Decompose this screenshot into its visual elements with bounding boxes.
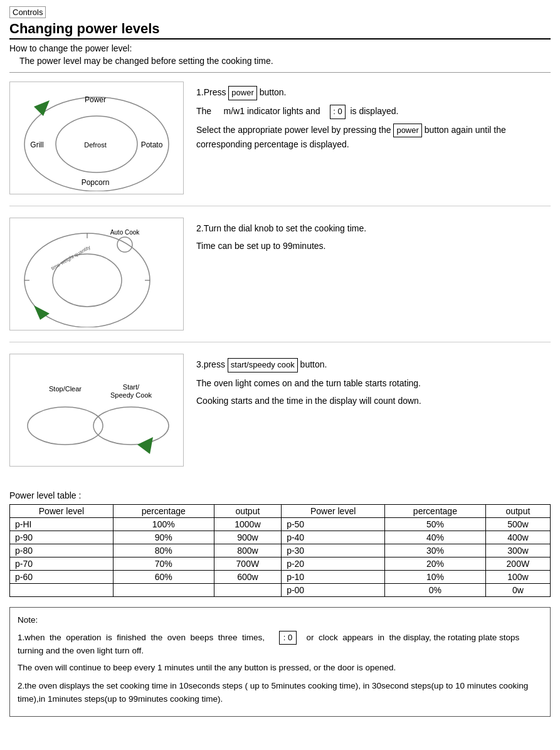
step-2-content: 2.Turn the dial knob to set the cooking …: [196, 218, 551, 257]
svg-marker-7: [34, 100, 50, 116]
step-2-detail-1: Time can be set up to 99minutes.: [196, 239, 551, 253]
table-cell: [10, 584, 114, 597]
table-row: p-7070%700Wp-2020%200W: [10, 557, 551, 571]
table-cell: 30%: [385, 544, 486, 557]
svg-text:Auto Cook: Auto Cook: [110, 229, 140, 236]
table-cell: p-80: [10, 544, 114, 557]
note-line-3: 2.the oven displays the set cooking time…: [18, 680, 542, 706]
table-row: p-6060%600wp-1010%100w: [10, 571, 551, 584]
table-cell: 0%: [385, 584, 486, 597]
table-cell: 800w: [214, 544, 282, 557]
step-2-row: Auto Cook time weight quantity 2.Turn th…: [9, 218, 551, 342]
svg-marker-22: [137, 437, 153, 454]
table-cell: 100w: [485, 571, 550, 584]
page-title: Changing power levels: [9, 21, 551, 40]
table-cell: 100%: [113, 518, 214, 531]
th-pct-left: percentage: [113, 505, 214, 518]
svg-text:Speedy Cook: Speedy Cook: [110, 391, 152, 399]
svg-text:Popcorn: Popcorn: [82, 178, 110, 187]
svg-text:Power: Power: [85, 95, 106, 104]
table-cell: p-40: [282, 531, 385, 544]
table-row: p-000%0w: [10, 584, 551, 597]
note-line-1: 1.when the operation is finished the ove…: [18, 631, 542, 658]
divider: [9, 72, 551, 73]
step-3-image: Stop/Clear Start/ Speedy Cook: [9, 354, 184, 467]
th-pl-right: Power level: [282, 505, 385, 518]
svg-text:Stop/Clear: Stop/Clear: [49, 385, 82, 393]
svg-text:time weight quantity: time weight quantity: [50, 245, 92, 272]
step-1-row: Power Grill Defrost Potato Popcorn 1.Pre…: [9, 82, 551, 206]
start-speedy-label: start/speedy cook: [228, 358, 298, 372]
table-cell: 0w: [485, 584, 550, 597]
svg-text:Grill: Grill: [30, 140, 43, 149]
step-3-title: 3.press start/speedy cook button.: [196, 357, 551, 372]
step-2-title: 2.Turn the dial knob to set the cooking …: [196, 221, 551, 235]
table-cell: p-60: [10, 571, 114, 584]
table-cell: p-30: [282, 544, 385, 557]
table-cell: 400w: [485, 531, 550, 544]
table-cell: 200W: [485, 557, 550, 571]
dial1-svg: Power Grill Defrost Potato Popcorn: [15, 85, 178, 191]
th-pl-left: Power level: [10, 505, 114, 518]
table-section: Power level table : Power level percenta…: [9, 490, 551, 597]
note-title: Note:: [18, 614, 542, 627]
table-row: p-8080%800wp-3030%300w: [10, 544, 551, 557]
table-label: Power level table :: [9, 490, 551, 500]
sub-intro-text: The power level may be changed before se…: [19, 56, 551, 66]
step-1-detail-2: Select the appropriate power level by pr…: [196, 123, 551, 152]
table-cell: 10%: [385, 571, 486, 584]
th-pct-right: percentage: [385, 505, 486, 518]
step-3-detail-1: The oven light comes on and the turn tab…: [196, 376, 551, 390]
svg-point-18: [93, 407, 169, 445]
svg-point-17: [28, 407, 103, 445]
table-cell: p-HI: [10, 518, 114, 531]
svg-text:Defrost: Defrost: [84, 141, 106, 149]
table-cell: p-10: [282, 571, 385, 584]
power-table-body: p-HI100%1000wp-5050%500wp-9090%900wp-404…: [10, 518, 551, 597]
table-header-row: Power level percentage output Power leve…: [10, 505, 551, 518]
table-cell: p-70: [10, 557, 114, 571]
table-cell: 60%: [113, 571, 214, 584]
note-box: Note: 1.when the operation is finished t…: [9, 607, 551, 717]
svg-point-10: [117, 237, 132, 252]
step-3-content: 3.press start/speedy cook button. The ov…: [196, 354, 551, 412]
table-cell: p-90: [10, 531, 114, 544]
svg-marker-16: [34, 305, 50, 320]
power-button-label-2: power: [393, 124, 421, 138]
table-cell: 70%: [113, 557, 214, 571]
svg-text:Potato: Potato: [141, 140, 163, 149]
dial2-svg: Auto Cook time weight quantity: [15, 221, 178, 327]
table-cell: 90%: [113, 531, 214, 544]
step-1-content: 1.Press power button. The m/w1 indicator…: [196, 82, 551, 156]
table-cell: 20%: [385, 557, 486, 571]
table-cell: 500w: [485, 518, 550, 531]
table-row: p-9090%900wp-4040%400w: [10, 531, 551, 544]
step-3-row: Stop/Clear Start/ Speedy Cook 3.press st…: [9, 354, 551, 478]
table-cell: p-50: [282, 518, 385, 531]
breadcrumb: Controls: [9, 6, 46, 18]
table-cell: [214, 584, 282, 597]
table-row: p-HI100%1000wp-5050%500w: [10, 518, 551, 531]
step-1-detail-1: The m/w1 indicator lights and : 0 is dis…: [196, 104, 551, 119]
table-cell: 600w: [214, 571, 282, 584]
table-cell: p-20: [282, 557, 385, 571]
step-1-title: 1.Press power button.: [196, 85, 551, 100]
table-cell: 300w: [485, 544, 550, 557]
table-cell: 50%: [385, 518, 486, 531]
table-cell: 700W: [214, 557, 282, 571]
power-button-label: power: [228, 86, 256, 100]
step-3-detail-2: Cooking starts and the time in the displ…: [196, 394, 551, 408]
display-zero-1: : 0: [330, 105, 345, 119]
note-line-2: The oven will continue to beep every 1 m…: [18, 662, 542, 675]
step-2-image: Auto Cook time weight quantity: [9, 218, 184, 330]
power-table: Power level percentage output Power leve…: [9, 504, 551, 597]
th-out-right: output: [485, 505, 550, 518]
table-cell: p-00: [282, 584, 385, 597]
table-cell: 900w: [214, 531, 282, 544]
table-cell: [113, 584, 214, 597]
step-1-image: Power Grill Defrost Potato Popcorn: [9, 82, 184, 194]
table-cell: 1000w: [214, 518, 282, 531]
table-cell: 40%: [385, 531, 486, 544]
svg-text:Start/: Start/: [123, 383, 140, 391]
note-display-zero: : 0: [279, 631, 297, 645]
